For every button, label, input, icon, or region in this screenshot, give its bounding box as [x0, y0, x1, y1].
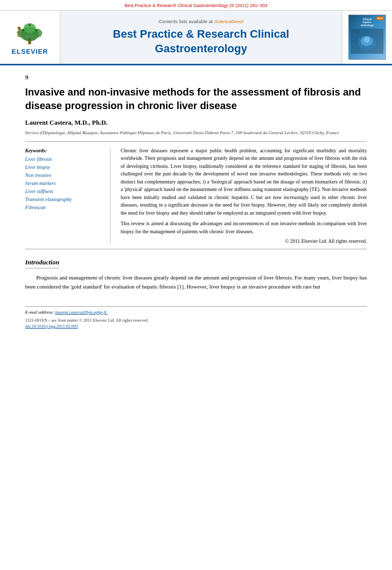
introduction-section: Introduction Prognosis and management of… [25, 258, 367, 291]
keyword-item: Liver fibrosis [25, 155, 104, 163]
sciencedirect-label[interactable]: ScienceDirect [214, 19, 244, 24]
article-title: Invasive and non-invasive methods for th… [25, 85, 367, 113]
author-name: Laurent Castera, M.D., Ph.D. [25, 119, 367, 127]
svg-point-6 [35, 29, 37, 31]
article-content: 9 Invasive and non-invasive methods for … [0, 65, 392, 339]
email-prefix: E-mail address: [25, 310, 54, 315]
introduction-title: Introduction [25, 258, 59, 268]
footer-section: E-mail address: laurent.castera@bjn.aphp… [25, 306, 367, 329]
header-container: ELSEVIER Contents lists available at Sci… [0, 11, 392, 65]
article-number: 9 [25, 73, 367, 81]
keyword-item: Liver biopsy [25, 163, 104, 171]
email-link[interactable]: laurent.castera@bjn.aphp.fr. [55, 310, 108, 315]
journal-title-line1: Best Practice & Research Clinical [113, 28, 289, 40]
keyword-item: Transient elastography [25, 196, 104, 204]
keyword-item: Liver stiffness [25, 187, 104, 196]
elsevier-brand-text: ELSEVIER [12, 48, 48, 55]
abstract-section: Keywords: Liver fibrosisLiver biopsyNon … [25, 147, 367, 244]
cover-art-icon [351, 29, 383, 54]
issn-line: 1521-6918/$ – see front matter © 2011 El… [25, 318, 367, 323]
keywords-column: Keywords: Liver fibrosisLiver biopsyNon … [25, 147, 111, 244]
journal-title-line2: Gastroenterology [155, 42, 247, 55]
journal-cover-image: BEST ClinicalGastro-enterology [348, 15, 386, 60]
abstract-paragraph-1: Chronic liver diseases represent a major… [121, 147, 367, 217]
author-affiliation: Service d'Hépatologie, Hôpital Beaujon, … [25, 130, 367, 136]
header-left: ELSEVIER [0, 11, 60, 64]
abstract-column: Chronic liver diseases represent a major… [121, 147, 367, 244]
header-center: Contents lists available at ScienceDirec… [60, 11, 342, 64]
page: Best Practice & Research Clinical Gastro… [0, 0, 392, 570]
elsevier-logo: ELSEVIER [12, 19, 48, 55]
keyword-item: Fibroscan [25, 204, 104, 212]
abstract-paragraph-2: This review is aimed at discussing the a… [121, 220, 367, 235]
copyright-text: © 2011 Elsevier Ltd. All rights reserved… [121, 238, 367, 244]
doi-link[interactable]: doi:10.1016/j.bpg.2011.02.003 [25, 324, 78, 329]
svg-point-5 [22, 29, 24, 31]
journal-ref-text: Best Practice & Research Clinical Gastro… [125, 3, 267, 8]
journal-ref-bar: Best Practice & Research Clinical Gastro… [0, 0, 392, 11]
divider-2 [25, 249, 367, 249]
introduction-text: Prognosis and management of chronic live… [25, 273, 367, 291]
sciencedirect-prefix: Contents lists available at [159, 19, 213, 24]
elsevier-tree-icon [12, 19, 47, 47]
keyword-item: Non invasive [25, 171, 104, 179]
keyword-item: Serum markers [25, 179, 104, 187]
keywords-header: Keywords: [25, 148, 104, 153]
svg-point-7 [29, 24, 31, 26]
doi-line: doi:10.1016/j.bpg.2011.02.003 [25, 324, 367, 329]
svg-point-17 [364, 37, 370, 43]
keyword-list: Liver fibrosisLiver biopsyNon invasiveSe… [25, 155, 104, 212]
sciencedirect-line: Contents lists available at ScienceDirec… [159, 19, 244, 24]
best-badge: BEST [376, 17, 384, 20]
journal-title: Best Practice & Research Clinical Gastro… [113, 27, 289, 56]
divider-1 [25, 141, 367, 142]
email-line: E-mail address: laurent.castera@bjn.aphp… [25, 310, 367, 315]
svg-point-8 [18, 27, 21, 30]
header-right: BEST ClinicalGastro-enterology [342, 11, 392, 64]
journal-cover-title: ClinicalGastro-enterology [361, 18, 374, 27]
